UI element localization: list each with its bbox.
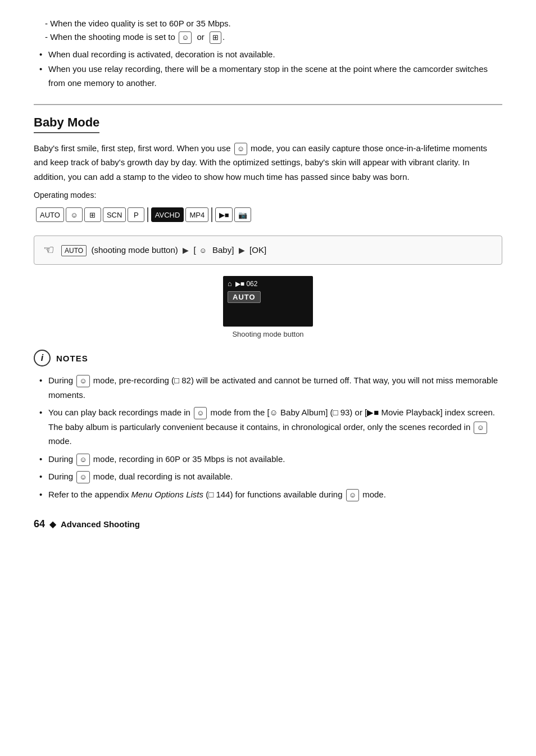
notes-title: NOTES [56, 354, 88, 363]
note3-baby-icon: ☺ [76, 454, 89, 466]
note-item-3: During ☺ mode, recording in 60P or 35 Mb… [39, 452, 502, 467]
dash-list: When the video quality is set to 60P or … [34, 17, 502, 44]
info-circle-icon: i [34, 350, 51, 366]
note-item-5: Refer to the appendix Menu Options Lists… [39, 487, 502, 502]
dash-item-1: When the video quality is set to 60P or … [45, 17, 502, 30]
smart-icon-box: ☺ [179, 31, 192, 44]
footer: 64 ◆ Advanced Shooting [34, 518, 502, 530]
page-number: 64 [34, 518, 45, 530]
menu-options-italic: Menu Options Lists [131, 490, 203, 499]
screenshot-top-bar: ⌂ ▶■ 062 [228, 279, 308, 288]
auto-badge-screenshot: AUTO [228, 291, 261, 303]
baby-mode-section: Baby Mode Baby's first smile, first step… [34, 115, 502, 339]
section-divider [34, 104, 502, 105]
mode-baby: ☺ [66, 207, 83, 222]
footer-section-name: Advanced Shooting [61, 519, 140, 529]
cinema-icon-box: ⊞ [210, 31, 221, 44]
arrow1: ▶ [183, 246, 189, 255]
bullet-dual-recording: When dual recording is activated, decora… [39, 47, 502, 62]
baby-mode-icon-inline: ☺ [234, 143, 247, 155]
screenshot-image: ⌂ ▶■ 062 AUTO [223, 276, 313, 327]
instruction-text: AUTO (shooting mode button) ▶ [☺ Baby] ▶… [61, 244, 266, 257]
mode-mp4: MP4 [185, 207, 208, 222]
modes-bar: AUTO ☺ ⊞ SCN P AVCHD MP4 ▶■ 📷 [34, 204, 502, 225]
house-icon: ⌂ [228, 279, 232, 288]
note1-baby-icon: ☺ [76, 375, 89, 387]
arrow2: ▶ [239, 246, 245, 255]
note2-baby-icon2: ☺ [474, 422, 487, 434]
screenshot-caption: Shooting mode button [232, 330, 303, 338]
mode-avchd: AVCHD [151, 207, 184, 222]
body-paragraph: Baby's first smile, first step, first wo… [34, 141, 502, 184]
mode-cinema: ⊞ [84, 207, 101, 222]
instruction-auto-badge: AUTO [61, 245, 87, 256]
top-bullet-list: When dual recording is activated, decora… [34, 47, 502, 90]
screenshot-container: ⌂ ▶■ 062 AUTO Shooting mode button [34, 276, 502, 338]
notes-list: During ☺ mode, pre-recording (□ 82) will… [34, 373, 502, 501]
mode-auto: AUTO [36, 207, 64, 222]
dash-item-2: When the shooting mode is set to ☺ or ⊞. [45, 30, 502, 44]
top-bullets-section: When the video quality is set to 60P or … [34, 17, 502, 90]
modes-separator-2 [211, 207, 212, 222]
operating-modes-label: Operating modes: [34, 191, 502, 200]
mode-scn: SCN [103, 207, 126, 222]
note2-baby-icon: ☺ [194, 407, 207, 419]
note-item-2: You can play back recordings made in ☺ m… [39, 405, 502, 449]
note-item-4: During ☺ mode, dual recording is not ava… [39, 469, 502, 484]
modes-separator-1 [147, 207, 148, 222]
notes-section: i NOTES During ☺ mode, pre-recording (□ … [34, 350, 502, 501]
instruction-box: ☜ AUTO (shooting mode button) ▶ [☺ Baby]… [34, 236, 502, 265]
record-counter: ▶■ 062 [235, 280, 258, 288]
mode-movie: ▶■ [215, 207, 233, 222]
bullet-relay-recording: When you use relay recording, there will… [39, 62, 502, 90]
note5-baby-icon: ☺ [346, 489, 359, 501]
notes-header: i NOTES [34, 350, 502, 366]
mode-photo: 📷 [234, 207, 251, 222]
instruction-baby-icon: ☺ [197, 245, 209, 257]
hand-icon: ☜ [43, 243, 54, 257]
note-item-1: During ☺ mode, pre-recording (□ 82) will… [39, 373, 502, 402]
section-heading: Baby Mode [34, 115, 99, 133]
note4-baby-icon: ☺ [76, 471, 89, 483]
or-text: or [197, 32, 204, 42]
mode-p: P [128, 207, 144, 222]
footer-bullet: ◆ [49, 519, 56, 529]
